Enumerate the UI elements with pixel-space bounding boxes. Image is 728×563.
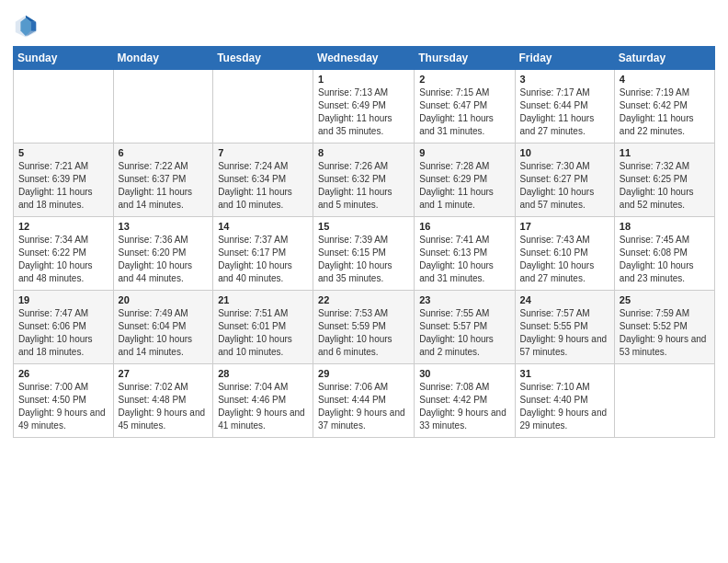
day-cell: 6Sunrise: 7:22 AM Sunset: 6:37 PM Daylig… bbox=[113, 144, 213, 217]
day-cell: 5Sunrise: 7:21 AM Sunset: 6:39 PM Daylig… bbox=[14, 144, 114, 217]
day-info: Sunrise: 7:57 AM Sunset: 5:55 PM Dayligh… bbox=[520, 307, 609, 359]
calendar-table: SundayMondayTuesdayWednesdayThursdayFrid… bbox=[13, 46, 715, 438]
day-cell: 19Sunrise: 7:47 AM Sunset: 6:06 PM Dayli… bbox=[14, 291, 114, 364]
day-cell: 29Sunrise: 7:06 AM Sunset: 4:44 PM Dayli… bbox=[313, 364, 415, 438]
day-cell: 15Sunrise: 7:39 AM Sunset: 6:15 PM Dayli… bbox=[313, 217, 415, 291]
day-info: Sunrise: 7:15 AM Sunset: 6:47 PM Dayligh… bbox=[419, 86, 509, 138]
day-info: Sunrise: 7:49 AM Sunset: 6:04 PM Dayligh… bbox=[119, 307, 209, 359]
day-cell: 16Sunrise: 7:41 AM Sunset: 6:13 PM Dayli… bbox=[415, 217, 515, 291]
day-cell: 25Sunrise: 7:59 AM Sunset: 5:52 PM Dayli… bbox=[614, 291, 714, 364]
day-number: 9 bbox=[419, 147, 509, 158]
day-info: Sunrise: 7:47 AM Sunset: 6:06 PM Dayligh… bbox=[18, 307, 108, 359]
day-number: 14 bbox=[218, 221, 308, 232]
day-number: 29 bbox=[318, 368, 409, 379]
header-day-friday: Friday bbox=[515, 47, 614, 70]
header-day-sunday: Sunday bbox=[14, 47, 114, 70]
day-number: 17 bbox=[520, 221, 609, 232]
day-info: Sunrise: 7:13 AM Sunset: 6:49 PM Dayligh… bbox=[318, 86, 409, 138]
day-cell: 30Sunrise: 7:08 AM Sunset: 4:42 PM Dayli… bbox=[415, 364, 515, 438]
header-row: SundayMondayTuesdayWednesdayThursdayFrid… bbox=[14, 47, 715, 70]
day-info: Sunrise: 7:21 AM Sunset: 6:39 PM Dayligh… bbox=[18, 160, 108, 212]
day-info: Sunrise: 7:19 AM Sunset: 6:42 PM Dayligh… bbox=[620, 86, 710, 138]
day-cell: 27Sunrise: 7:02 AM Sunset: 4:48 PM Dayli… bbox=[113, 364, 213, 438]
header-day-saturday: Saturday bbox=[614, 47, 714, 70]
day-cell: 21Sunrise: 7:51 AM Sunset: 6:01 PM Dayli… bbox=[213, 291, 313, 364]
day-info: Sunrise: 7:32 AM Sunset: 6:25 PM Dayligh… bbox=[620, 160, 710, 212]
day-number: 15 bbox=[318, 221, 409, 232]
week-row-5: 26Sunrise: 7:00 AM Sunset: 4:50 PM Dayli… bbox=[14, 364, 715, 438]
day-number: 3 bbox=[520, 74, 609, 85]
day-cell: 13Sunrise: 7:36 AM Sunset: 6:20 PM Dayli… bbox=[113, 217, 213, 291]
day-cell: 2Sunrise: 7:15 AM Sunset: 6:47 PM Daylig… bbox=[415, 70, 515, 144]
day-info: Sunrise: 7:04 AM Sunset: 4:46 PM Dayligh… bbox=[218, 381, 308, 432]
day-cell: 17Sunrise: 7:43 AM Sunset: 6:10 PM Dayli… bbox=[515, 217, 614, 291]
day-number: 20 bbox=[119, 294, 209, 305]
day-number: 16 bbox=[419, 221, 509, 232]
day-info: Sunrise: 7:45 AM Sunset: 6:08 PM Dayligh… bbox=[620, 234, 710, 285]
day-number: 23 bbox=[419, 294, 509, 305]
day-info: Sunrise: 7:26 AM Sunset: 6:32 PM Dayligh… bbox=[318, 160, 409, 212]
day-info: Sunrise: 7:24 AM Sunset: 6:34 PM Dayligh… bbox=[218, 160, 308, 212]
day-cell: 20Sunrise: 7:49 AM Sunset: 6:04 PM Dayli… bbox=[113, 291, 213, 364]
day-cell: 8Sunrise: 7:26 AM Sunset: 6:32 PM Daylig… bbox=[313, 144, 415, 217]
day-number: 11 bbox=[620, 147, 710, 158]
day-info: Sunrise: 7:22 AM Sunset: 6:37 PM Dayligh… bbox=[119, 160, 209, 212]
day-cell: 7Sunrise: 7:24 AM Sunset: 6:34 PM Daylig… bbox=[213, 144, 313, 217]
day-cell: 1Sunrise: 7:13 AM Sunset: 6:49 PM Daylig… bbox=[313, 70, 415, 144]
day-number: 12 bbox=[18, 221, 108, 232]
day-number: 8 bbox=[318, 147, 409, 158]
day-info: Sunrise: 7:08 AM Sunset: 4:42 PM Dayligh… bbox=[419, 381, 509, 432]
day-info: Sunrise: 7:39 AM Sunset: 6:15 PM Dayligh… bbox=[318, 234, 409, 285]
day-cell: 23Sunrise: 7:55 AM Sunset: 5:57 PM Dayli… bbox=[415, 291, 515, 364]
day-info: Sunrise: 7:41 AM Sunset: 6:13 PM Dayligh… bbox=[419, 234, 509, 285]
day-info: Sunrise: 7:17 AM Sunset: 6:44 PM Dayligh… bbox=[520, 86, 609, 138]
day-cell: 11Sunrise: 7:32 AM Sunset: 6:25 PM Dayli… bbox=[614, 144, 714, 217]
day-number: 26 bbox=[18, 368, 108, 379]
logo bbox=[13, 13, 40, 39]
svg-marker-3 bbox=[31, 22, 37, 31]
day-info: Sunrise: 7:06 AM Sunset: 4:44 PM Dayligh… bbox=[318, 381, 409, 432]
week-row-4: 19Sunrise: 7:47 AM Sunset: 6:06 PM Dayli… bbox=[14, 291, 715, 364]
day-cell bbox=[614, 364, 714, 438]
day-number: 24 bbox=[520, 294, 609, 305]
day-cell: 31Sunrise: 7:10 AM Sunset: 4:40 PM Dayli… bbox=[515, 364, 614, 438]
logo-icon bbox=[13, 13, 39, 39]
day-cell bbox=[113, 70, 213, 144]
day-cell: 28Sunrise: 7:04 AM Sunset: 4:46 PM Dayli… bbox=[213, 364, 313, 438]
day-info: Sunrise: 7:34 AM Sunset: 6:22 PM Dayligh… bbox=[18, 234, 108, 285]
day-number: 25 bbox=[620, 294, 710, 305]
header-day-monday: Monday bbox=[113, 47, 213, 70]
day-number: 19 bbox=[18, 294, 108, 305]
calendar-body: 1Sunrise: 7:13 AM Sunset: 6:49 PM Daylig… bbox=[14, 70, 715, 438]
header-day-tuesday: Tuesday bbox=[213, 47, 313, 70]
day-cell: 26Sunrise: 7:00 AM Sunset: 4:50 PM Dayli… bbox=[14, 364, 114, 438]
day-cell: 9Sunrise: 7:28 AM Sunset: 6:29 PM Daylig… bbox=[415, 144, 515, 217]
day-cell: 3Sunrise: 7:17 AM Sunset: 6:44 PM Daylig… bbox=[515, 70, 614, 144]
day-info: Sunrise: 7:55 AM Sunset: 5:57 PM Dayligh… bbox=[419, 307, 509, 359]
day-number: 5 bbox=[18, 147, 108, 158]
day-number: 18 bbox=[620, 221, 710, 232]
day-cell: 22Sunrise: 7:53 AM Sunset: 5:59 PM Dayli… bbox=[313, 291, 415, 364]
week-row-1: 1Sunrise: 7:13 AM Sunset: 6:49 PM Daylig… bbox=[14, 70, 715, 144]
week-row-2: 5Sunrise: 7:21 AM Sunset: 6:39 PM Daylig… bbox=[14, 144, 715, 217]
day-number: 7 bbox=[218, 147, 308, 158]
day-info: Sunrise: 7:59 AM Sunset: 5:52 PM Dayligh… bbox=[620, 307, 710, 359]
week-row-3: 12Sunrise: 7:34 AM Sunset: 6:22 PM Dayli… bbox=[14, 217, 715, 291]
day-info: Sunrise: 7:36 AM Sunset: 6:20 PM Dayligh… bbox=[119, 234, 209, 285]
day-info: Sunrise: 7:00 AM Sunset: 4:50 PM Dayligh… bbox=[18, 381, 108, 432]
day-number: 6 bbox=[119, 147, 209, 158]
day-number: 2 bbox=[419, 74, 509, 85]
day-number: 1 bbox=[318, 74, 409, 85]
day-number: 13 bbox=[119, 221, 209, 232]
day-number: 30 bbox=[419, 368, 509, 379]
day-info: Sunrise: 7:51 AM Sunset: 6:01 PM Dayligh… bbox=[218, 307, 308, 359]
day-cell: 12Sunrise: 7:34 AM Sunset: 6:22 PM Dayli… bbox=[14, 217, 114, 291]
header-day-wednesday: Wednesday bbox=[313, 47, 415, 70]
day-number: 27 bbox=[119, 368, 209, 379]
day-cell: 10Sunrise: 7:30 AM Sunset: 6:27 PM Dayli… bbox=[515, 144, 614, 217]
day-info: Sunrise: 7:02 AM Sunset: 4:48 PM Dayligh… bbox=[119, 381, 209, 432]
day-cell: 4Sunrise: 7:19 AM Sunset: 6:42 PM Daylig… bbox=[614, 70, 714, 144]
day-number: 31 bbox=[520, 368, 609, 379]
day-info: Sunrise: 7:10 AM Sunset: 4:40 PM Dayligh… bbox=[520, 381, 609, 432]
day-number: 4 bbox=[620, 74, 710, 85]
